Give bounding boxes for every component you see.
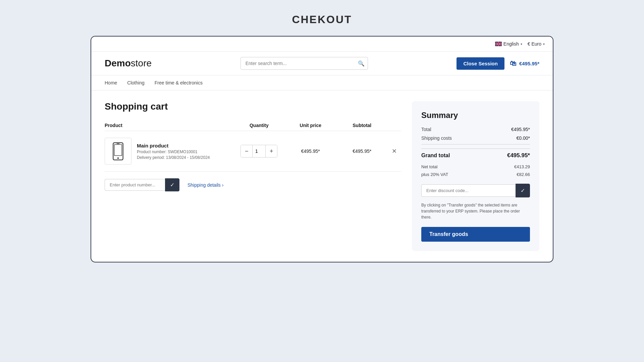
total-row: Total €495.95* xyxy=(421,127,530,132)
search-button[interactable]: 🔍 xyxy=(358,60,365,67)
quantity-control: − + xyxy=(233,145,285,158)
summary-box: Summary Total €495.95* Shipping costs €0… xyxy=(412,101,539,251)
currency-chevron-icon: ▾ xyxy=(543,42,545,46)
product-number-field[interactable] xyxy=(105,179,165,191)
logo: Demostore xyxy=(105,58,152,69)
language-label: English xyxy=(503,41,519,47)
grand-total-label: Grand total xyxy=(421,153,450,159)
grand-total-row: Grand total €495.95* xyxy=(421,148,530,159)
cart-icon: 🛍 xyxy=(510,60,517,67)
svg-rect-2 xyxy=(114,144,122,156)
add-product-button[interactable]: ✓ xyxy=(165,178,179,191)
logo-bold: Demo xyxy=(105,58,131,68)
quantity-increase-button[interactable]: + xyxy=(266,145,277,157)
quantity-input[interactable] xyxy=(252,145,266,157)
apply-discount-button[interactable]: ✓ xyxy=(516,184,530,197)
header: Demostore 🔍 Close Session 🛍 €495.95* xyxy=(91,52,553,75)
nav-bar: Home Clothing Free time & electronics xyxy=(91,75,553,90)
nav-item-home[interactable]: Home xyxy=(105,80,117,85)
cart-table-header: Product Quantity Unit price Subtotal xyxy=(105,120,401,131)
cart-summary: 🛍 €495.95* xyxy=(510,60,539,67)
product-name: Main product xyxy=(137,143,210,148)
unit-price: €495.95* xyxy=(285,148,336,154)
browser-frame: English ▾ € Euro ▾ Demostore 🔍 Close Ses… xyxy=(91,36,553,262)
product-image xyxy=(105,138,131,165)
table-row: Main product Product number: SWDEMO10001… xyxy=(105,131,401,172)
total-label: Total xyxy=(421,127,431,132)
shipping-details-link[interactable]: Shipping details › xyxy=(187,182,224,188)
cart-title: Shopping cart xyxy=(105,101,401,112)
product-cell: Main product Product number: SWDEMO10001… xyxy=(105,138,233,165)
currency-selector[interactable]: € Euro ▾ xyxy=(528,41,545,47)
vat-value: €82.66 xyxy=(517,172,530,177)
svg-point-3 xyxy=(117,157,119,159)
grand-total-value: €495.95* xyxy=(507,152,530,159)
product-number-input-group: ✓ xyxy=(105,178,179,191)
total-value: €495.95* xyxy=(511,127,530,132)
vat-label: plus 20% VAT xyxy=(421,172,448,177)
main-content: Shopping cart Product Quantity Unit pric… xyxy=(91,90,553,262)
col-price-header: Unit price xyxy=(285,123,336,128)
page-title: CHEKOUT xyxy=(292,13,352,26)
net-total-value: €413.29 xyxy=(514,164,530,169)
shipping-details-arrow-icon: › xyxy=(222,182,224,188)
language-selector[interactable]: English ▾ xyxy=(495,41,522,47)
net-total-label: Net total xyxy=(421,164,437,169)
close-session-button[interactable]: Close Session xyxy=(457,57,504,70)
nav-item-clothing[interactable]: Clothing xyxy=(127,80,144,85)
net-total-row: Net total €413.29 xyxy=(421,164,530,169)
product-number-text: Product number: SWDEMO10001 xyxy=(137,149,210,154)
subtotal-price: €495.95* xyxy=(336,148,388,154)
shipping-label: Shipping costs xyxy=(421,135,452,141)
top-bar: English ▾ € Euro ▾ xyxy=(91,37,553,52)
summary-divider xyxy=(421,144,530,144)
delivery-period-text: Delivery period: 13/08/2024 - 15/08/2024 xyxy=(137,155,210,160)
discount-code-field[interactable] xyxy=(421,184,516,197)
remove-item-button[interactable]: ✕ xyxy=(388,147,401,155)
col-subtotal-header: Subtotal xyxy=(336,123,388,128)
summary-section: Summary Total €495.95* Shipping costs €0… xyxy=(412,101,539,251)
nav-item-free-time[interactable]: Free time & electronics xyxy=(155,80,203,85)
transfer-goods-button[interactable]: Transfer goods xyxy=(421,227,530,242)
uk-flag-icon xyxy=(495,42,502,46)
currency-label: € Euro xyxy=(528,41,541,47)
cart-bottom: ✓ Shipping details › xyxy=(105,178,401,191)
col-quantity-header: Quantity xyxy=(233,123,285,128)
logo-light: store xyxy=(131,58,152,68)
search-bar: 🔍 xyxy=(240,57,368,70)
quantity-decrease-button[interactable]: − xyxy=(241,145,252,157)
discount-input-row: ✓ xyxy=(421,184,530,197)
language-chevron-icon: ▾ xyxy=(521,42,522,46)
shipping-value: €0.00* xyxy=(517,135,530,141)
cart-section: Shopping cart Product Quantity Unit pric… xyxy=(105,101,401,191)
search-input[interactable] xyxy=(240,57,368,70)
vat-row: plus 20% VAT €82.66 xyxy=(421,172,530,177)
cart-total: €495.95* xyxy=(519,61,539,66)
header-actions: Close Session 🛍 €495.95* xyxy=(457,57,539,70)
col-product-header: Product xyxy=(105,123,233,128)
product-info: Main product Product number: SWDEMO10001… xyxy=(137,143,210,160)
shipping-row: Shipping costs €0.00* xyxy=(421,135,530,141)
phone-icon xyxy=(111,142,125,161)
summary-title: Summary xyxy=(421,111,530,120)
quantity-stepper: − + xyxy=(240,145,277,158)
transfer-notice: By clicking on "Transfer goods" the sele… xyxy=(421,202,530,220)
